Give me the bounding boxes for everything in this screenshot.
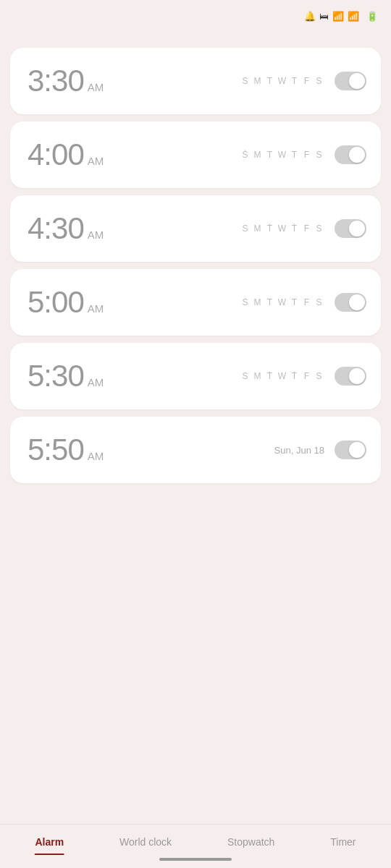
alarm-toggle[interactable]: [335, 219, 366, 238]
alarm-time: 5:30AM: [28, 359, 104, 393]
nav-item-world-clock[interactable]: World clock: [109, 832, 182, 852]
alarm-toggle[interactable]: [335, 72, 366, 90]
nav-item-alarm[interactable]: Alarm: [25, 832, 74, 852]
alarm-days: SMTWTFS: [240, 224, 324, 234]
alarm-time-period: AM: [88, 450, 104, 462]
alarm-time: 4:00AM: [28, 137, 104, 172]
day-letter: W: [277, 76, 287, 86]
day-letter: M: [253, 224, 263, 234]
alarm-days: SMTWTFS: [240, 371, 324, 381]
day-letter: T: [290, 76, 300, 86]
alarm-toggle[interactable]: [335, 293, 366, 312]
alarm-card[interactable]: 3:30AMSMTWTFS: [10, 48, 381, 114]
day-letter: W: [277, 224, 287, 234]
day-letter: W: [277, 371, 287, 381]
alarm-time-main: 5:30: [28, 359, 84, 393]
top-bar: [0, 29, 391, 48]
alarm-toggle[interactable]: [335, 441, 366, 459]
alarm-time-period: AM: [88, 81, 104, 93]
alarm-time: 3:30AM: [28, 64, 104, 98]
day-letter: S: [314, 76, 324, 86]
day-letter: S: [314, 297, 324, 307]
alarm-time: 5:50AM: [28, 433, 104, 467]
alarm-time-main: 5:50: [28, 433, 84, 467]
day-letter: M: [253, 150, 263, 160]
day-letter: T: [265, 150, 275, 160]
alarm-toggle[interactable]: [335, 367, 366, 386]
alarm-card[interactable]: 4:30AMSMTWTFS: [10, 195, 381, 262]
toggle-knob: [349, 294, 365, 310]
alarm-card[interactable]: 4:00AMSMTWTFS: [10, 122, 381, 188]
day-letter: S: [240, 150, 251, 160]
day-letter: S: [240, 224, 251, 234]
day-letter: T: [265, 297, 275, 307]
day-letter: S: [314, 371, 324, 381]
day-letter: S: [314, 150, 324, 160]
day-letter: F: [302, 224, 312, 234]
toggle-knob: [349, 221, 365, 237]
nav-label-timer: Timer: [330, 836, 356, 848]
alarm-right: SMTWTFS: [240, 145, 366, 164]
alarm-time-period: AM: [88, 376, 104, 388]
day-letter: M: [253, 371, 263, 381]
alarm-time-period: AM: [88, 155, 104, 167]
alarm-time-period: AM: [88, 302, 104, 315]
alarm-days: SMTWTFS: [240, 297, 324, 307]
home-indicator: [159, 858, 232, 861]
alarm-right: Sun, Jun 18: [274, 441, 366, 459]
day-letter: T: [290, 224, 300, 234]
day-letter: T: [290, 150, 300, 160]
alarm-date-label: Sun, Jun 18: [274, 445, 324, 456]
nav-item-timer[interactable]: Timer: [320, 832, 366, 852]
day-letter: W: [277, 297, 287, 307]
day-letter: F: [302, 371, 312, 381]
alarm-time: 5:00AM: [28, 285, 104, 320]
alarm-card[interactable]: 5:00AMSMTWTFS: [10, 269, 381, 336]
status-icons: 🔔 🛏 📶 📶 🔋: [304, 11, 378, 22]
day-letter: T: [290, 371, 300, 381]
alarm-icon: 🔔: [304, 11, 316, 22]
sleep-icon: 🛏: [319, 11, 329, 22]
alarm-time-period: AM: [88, 229, 104, 241]
alarm-days: SMTWTFS: [240, 76, 324, 86]
alarm-right: SMTWTFS: [240, 293, 366, 312]
toggle-knob: [349, 442, 365, 458]
nav-items: AlarmWorld clockStopwatchTimer: [0, 832, 391, 852]
day-letter: F: [302, 150, 312, 160]
battery-icon: 🔋: [366, 11, 378, 22]
alarm-time: 4:30AM: [28, 211, 104, 246]
toggle-knob: [349, 73, 365, 89]
day-letter: T: [265, 371, 275, 381]
nav-item-stopwatch[interactable]: Stopwatch: [217, 832, 285, 852]
nav-label-stopwatch: Stopwatch: [227, 836, 274, 848]
alarm-card[interactable]: 5:30AMSMTWTFS: [10, 343, 381, 409]
alarm-time-main: 5:00: [28, 285, 84, 320]
nav-label-world-clock: World clock: [119, 836, 172, 848]
day-letter: S: [314, 224, 324, 234]
alarm-right: SMTWTFS: [240, 72, 366, 90]
alarm-card[interactable]: 5:50AMSun, Jun 18: [10, 417, 381, 483]
alarm-time-main: 4:30: [28, 211, 84, 246]
day-letter: T: [265, 224, 275, 234]
toggle-knob: [349, 147, 365, 163]
day-letter: F: [302, 297, 312, 307]
day-letter: M: [253, 76, 263, 86]
bottom-nav: AlarmWorld clockStopwatchTimer: [0, 824, 391, 868]
signal-icon: 📶: [348, 11, 359, 22]
alarm-right: SMTWTFS: [240, 219, 366, 238]
day-letter: F: [302, 76, 312, 86]
day-letter: T: [290, 297, 300, 307]
alarm-toggle[interactable]: [335, 145, 366, 164]
day-letter: S: [240, 371, 251, 381]
alarm-time-main: 3:30: [28, 64, 84, 98]
day-letter: T: [265, 76, 275, 86]
day-letter: M: [253, 297, 263, 307]
alarm-right: SMTWTFS: [240, 367, 366, 386]
alarm-list: 3:30AMSMTWTFS4:00AMSMTWTFS4:30AMSMTWTFS5…: [0, 48, 391, 824]
nav-label-alarm: Alarm: [35, 836, 64, 848]
day-letter: W: [277, 150, 287, 160]
alarm-time-main: 4:00: [28, 137, 84, 172]
alarm-days: SMTWTFS: [240, 150, 324, 160]
status-bar: 🔔 🛏 📶 📶 🔋: [0, 0, 391, 29]
wifi-icon: 📶: [332, 11, 344, 22]
